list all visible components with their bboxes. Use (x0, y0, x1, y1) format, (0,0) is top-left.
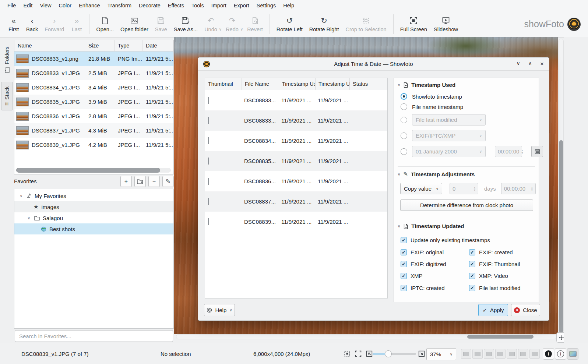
column-header-file-name[interactable]: File Name (242, 78, 279, 90)
menu-decorate[interactable]: Decorate (135, 1, 164, 10)
menu-settings[interactable]: Settings (253, 1, 279, 10)
expander-chevron-icon[interactable]: ∨ (27, 216, 31, 220)
menu-import[interactable]: Import (208, 1, 230, 10)
file-list-hscrollbar-thumb[interactable] (16, 168, 160, 173)
spin-down-icon[interactable]: ▾ (531, 189, 533, 191)
menu-help[interactable]: Help (279, 1, 298, 10)
revert-button[interactable]: Revert (244, 14, 266, 34)
checkbox-exif-thumbnail[interactable]: ✓ EXIF: Thumbnail (469, 261, 520, 267)
checkbox-file-last-modified[interactable]: ✓ File last modified (469, 285, 521, 291)
tree-item-best-shots[interactable]: Best shots (14, 223, 173, 234)
search-favorites-input[interactable] (15, 330, 173, 342)
forward-button[interactable]: › Forward (41, 14, 67, 34)
back-button[interactable]: ‹ Back (23, 14, 41, 34)
checkbox-update-only-existing[interactable]: ✓ Update only existing timestamps (401, 237, 490, 243)
file-list-hscrollbar[interactable] (16, 168, 171, 173)
radio-showfoto-timestamp[interactable]: Showfoto timestamp (401, 93, 462, 100)
sidebar-tab-stack[interactable]: ≡ Stack (1, 82, 13, 110)
sidebar-tab-folders[interactable]: Folders (1, 41, 13, 78)
about-info-button[interactable]: i (555, 348, 566, 360)
menu-edit[interactable]: Edit (20, 1, 36, 10)
radio-icon[interactable] (401, 132, 407, 139)
full-screen-button[interactable]: Full Screen (397, 14, 430, 34)
menu-enhance[interactable]: Enhance (75, 1, 103, 10)
canvas-hscrollbar-thumb[interactable] (467, 335, 534, 339)
rotate-left-button[interactable]: ↺ Rotate Left (273, 14, 306, 34)
color-managed-view-button[interactable] (567, 348, 578, 360)
fixed-date-dropdown[interactable]: 01 January 2000 ∨ (412, 146, 486, 157)
help-button[interactable]: Help ∨ (204, 304, 235, 316)
menu-view[interactable]: View (36, 1, 55, 10)
dialog-file-row[interactable]: DSC08837... 11/9/2021 ... 11/9/2021 ... (205, 191, 387, 212)
zoom-slider-handle[interactable] (385, 350, 392, 357)
menu-transform[interactable]: Transform (103, 1, 135, 10)
column-header-thumbnail[interactable]: Thumbnail (205, 78, 242, 90)
exif-iptc-xmp-dropdown[interactable]: EXIF/IPTC/XMP ∨ (412, 130, 486, 141)
column-header-type[interactable]: Type (115, 40, 142, 51)
image-info-button[interactable]: i (543, 348, 554, 360)
window-close-button[interactable]: × (540, 60, 544, 68)
radio-file-name-timestamp[interactable]: File name timestamp (401, 103, 463, 110)
timestamp-used-section-header[interactable]: ∨ Timestamp Used (398, 82, 455, 88)
close-button[interactable]: × Close (511, 304, 540, 316)
undo-button[interactable]: ↶ Undo (201, 14, 221, 34)
radio-icon[interactable] (401, 117, 407, 123)
canvas-vscrollbar[interactable] (559, 39, 564, 333)
menu-color[interactable]: Color (55, 1, 75, 10)
dialog-file-row[interactable]: DSC08835... 11/9/2021 ... 11/9/2021 ... (205, 151, 387, 171)
edit-favorite-button[interactable]: ✎ (162, 176, 174, 187)
file-row[interactable]: DSC08836_v1.JPG 2.8 MiB JPEG I... 11/9/2… (14, 109, 173, 123)
spin-down-icon[interactable]: ▾ (521, 152, 523, 154)
save-button[interactable]: Save (152, 14, 170, 34)
dialog-file-row[interactable]: DSC08834... 11/9/2021 ... 11/9/2021 ... (205, 131, 387, 151)
radio-icon[interactable] (401, 148, 407, 155)
thumbnail-action-button-1[interactable] (461, 349, 471, 359)
determine-difference-button[interactable]: Determine difference from clock photo (400, 199, 533, 211)
thumbnail-action-button-6[interactable] (518, 349, 528, 359)
adjustment-mode-dropdown[interactable]: Copy value ∨ (400, 183, 442, 194)
canvas-hscrollbar[interactable] (176, 334, 557, 339)
dialog-file-row[interactable]: DSC08833... 11/9/2021 ... 11/9/2021 ... (205, 90, 387, 110)
expander-chevron-icon[interactable]: ∨ (19, 194, 24, 198)
fit-to-selection-button[interactable] (343, 350, 351, 358)
fixed-time-spinner[interactable]: 00:00:00 ▴▾ (495, 146, 522, 157)
zoom-slider[interactable] (373, 353, 416, 355)
open-button[interactable]: Open... (93, 14, 117, 34)
checkbox-exif-created[interactable]: ✓ EXIF: created (469, 249, 513, 255)
crop-to-selection-button[interactable]: Crop to Selection (342, 14, 390, 34)
column-header-status[interactable]: Status (350, 78, 387, 90)
days-spinner[interactable]: 0 ▴▾ (450, 183, 478, 194)
undo-dropdown-chevron[interactable]: ∨ (219, 27, 222, 37)
checkbox-checked-icon[interactable]: ✓ (401, 249, 407, 255)
zoom-out-button[interactable] (365, 350, 373, 358)
window-minimize-button[interactable]: ∨ (517, 60, 520, 68)
redo-button[interactable]: ↷ Redo (222, 14, 242, 34)
column-header-date[interactable]: Date (142, 40, 173, 51)
file-row[interactable]: DSC08834_v1.JPG 3.4 MiB JPEG I... 11/9/2… (14, 80, 173, 95)
tree-item-images[interactable]: ★ images (14, 201, 173, 212)
checkbox-checked-icon[interactable]: ✓ (401, 285, 407, 291)
radio-fixed-date[interactable]: 01 January 2000 ∨ 00:00:00 ▴▾ (401, 146, 543, 157)
column-header-timestamp-used[interactable]: Timestamp Used (279, 78, 316, 90)
timestamp-adjustments-section-header[interactable]: ∨ ✎ Timestamp Adjustments (398, 171, 475, 177)
checkbox-xmp[interactable]: ✓ XMP (401, 273, 423, 279)
file-last-modified-dropdown[interactable]: File last modified ∨ (412, 114, 486, 126)
checkbox-checked-icon[interactable]: ✓ (469, 261, 475, 267)
adjustment-time-spinner[interactable]: 00:00:00 ▴▾ (501, 183, 536, 194)
menu-tools[interactable]: Tools (188, 1, 208, 10)
fit-to-window-button[interactable] (354, 350, 362, 358)
radio-file-last-modified[interactable]: File last modified ∨ (401, 114, 486, 126)
first-button[interactable]: « First (4, 14, 23, 34)
save-as-button[interactable]: Save As... (170, 14, 201, 34)
column-header-timestamp-updated[interactable]: Timestamp Updated (316, 78, 350, 90)
checkbox-checked-icon[interactable]: ✓ (401, 273, 407, 279)
timestamp-updated-section-header[interactable]: ∨ Timestamp Updated (398, 223, 464, 229)
thumbnail-action-button-3[interactable] (484, 349, 494, 359)
thumbnail-action-button-7[interactable] (529, 349, 540, 359)
column-header-name[interactable]: Name (14, 40, 85, 51)
checkbox-checked-icon[interactable]: ✓ (469, 285, 475, 291)
add-favorite-folder-button[interactable] (134, 176, 146, 187)
checkbox-checked-icon[interactable]: ✓ (401, 237, 407, 243)
window-maximize-button[interactable]: ∧ (528, 60, 532, 68)
thumbnail-action-button-5[interactable] (507, 349, 517, 359)
